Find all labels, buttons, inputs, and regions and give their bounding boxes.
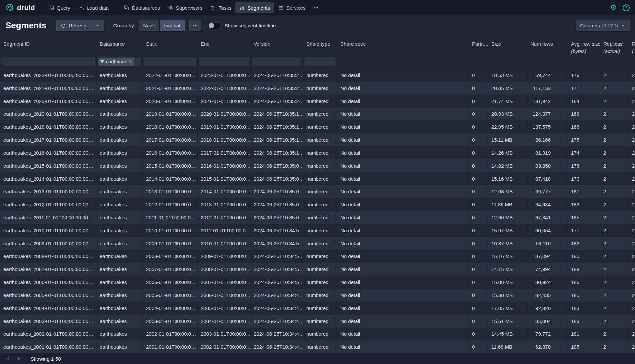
column-header-clipped[interactable]: R(	[629, 39, 635, 57]
table-row[interactable]: earthquakes_2012-01-01T00:00:00.00…earth…	[0, 198, 635, 211]
cell-end: 2017-01-01T00:00:0…	[197, 146, 250, 159]
cell-segment-id[interactable]: earthquakes_2022-01-01T00:00:00.00…	[0, 69, 96, 82]
cell-partition: 0	[469, 263, 488, 276]
table-row[interactable]: earthquakes_2015-01-01T00:00:00.00…earth…	[0, 159, 635, 172]
column-header-start[interactable]: Start	[143, 39, 197, 57]
cell-segment-id[interactable]: earthquakes_2018-01-01T00:00:00.00…	[0, 120, 96, 133]
table-row[interactable]: earthquakes_2003-01-01T00:00:00.00…earth…	[0, 315, 635, 328]
toolbar-more-button[interactable]	[189, 20, 201, 31]
table-row[interactable]: earthquakes_2020-01-01T00:00:00.00…earth…	[0, 95, 635, 108]
table-row[interactable]: earthquakes_2008-01-01T00:00:00.00…earth…	[0, 250, 635, 263]
column-header-size[interactable]: Size	[488, 39, 527, 57]
cell-segment-id[interactable]: earthquakes_2010-01-01T00:00:00.00…	[0, 224, 96, 237]
table-row[interactable]: earthquakes_2009-01-01T00:00:00.00…earth…	[0, 237, 635, 250]
datasource-filter-box[interactable]: earthquak ×	[97, 57, 142, 66]
column-header-segment-id[interactable]: Segment ID	[0, 39, 96, 57]
cell-segment-id[interactable]: earthquakes_2020-01-01T00:00:00.00…	[0, 95, 96, 108]
table-row[interactable]: earthquakes_2007-01-01T00:00:00.00…earth…	[0, 263, 635, 276]
nav-item-query[interactable]: Query	[44, 2, 74, 13]
settings-gear-icon[interactable]: ⚙	[610, 4, 617, 11]
nav-item-datasources[interactable]: Datasources	[120, 2, 164, 13]
column-header-replicas[interactable]: Replicas(actual)	[600, 39, 629, 57]
cell-segment-id[interactable]: earthquakes_2019-01-01T00:00:00.00…	[0, 108, 96, 120]
datasource-filter-tag[interactable]: earthquak ×	[98, 58, 134, 66]
table-row[interactable]: earthquakes_2016-01-01T00:00:00.00…earth…	[0, 146, 635, 159]
refresh-button[interactable]: Refresh	[56, 20, 91, 31]
cell-segment-id[interactable]: earthquakes_2015-01-01T00:00:00.00…	[0, 159, 96, 172]
table-row[interactable]: earthquakes_2002-01-01T00:00:00.00…earth…	[0, 328, 635, 340]
cell-replicas: 2	[600, 198, 629, 211]
cell-segment-id[interactable]: earthquakes_2001-01-01T00:00:00.00…	[0, 340, 96, 353]
cell-segment-id[interactable]: earthquakes_2021-01-01T00:00:00.00…	[0, 82, 96, 95]
refresh-caret-button[interactable]	[91, 20, 104, 31]
end-filter-input[interactable]	[198, 57, 249, 66]
table-row[interactable]: earthquakes_2022-01-01T00:00:00.00…earth…	[0, 69, 635, 82]
version-filter-input[interactable]	[251, 57, 302, 66]
cell-segment-id[interactable]: earthquakes_2003-01-01T00:00:00.00…	[0, 315, 96, 328]
column-header-version[interactable]: Version	[250, 39, 303, 57]
column-header-datasource[interactable]: Datasource	[96, 39, 143, 57]
nav-item-load-data[interactable]: Load data	[74, 2, 113, 13]
cell-datasource: earthquakes	[96, 95, 143, 108]
table-row[interactable]: earthquakes_2013-01-01T00:00:00.00…earth…	[0, 185, 635, 198]
table-row[interactable]: earthquakes_2019-01-01T00:00:00.00…earth…	[0, 108, 635, 120]
shard-type-filter-input[interactable]	[304, 57, 336, 66]
cell-replicas: 2	[600, 69, 629, 82]
chevron-down-icon	[95, 23, 100, 28]
segment-id-filter-input[interactable]	[1, 57, 95, 66]
nav-item-segments[interactable]: Segments	[235, 2, 274, 13]
druid-brand[interactable]: druid	[5, 3, 35, 12]
table-row[interactable]: earthquakes_2021-01-01T00:00:00.00…earth…	[0, 82, 635, 95]
column-header-num-rows[interactable]: Num rows	[527, 39, 568, 57]
cell-shard-type: numbered	[303, 146, 337, 159]
next-page-button[interactable]	[13, 354, 23, 363]
table-row[interactable]: earthquakes_2018-01-01T00:00:00.00…earth…	[0, 120, 635, 133]
nav-item-services[interactable]: Services	[274, 2, 310, 13]
cell-segment-id[interactable]: earthquakes_2014-01-01T00:00:00.00…	[0, 172, 96, 185]
nav-item-supervisors[interactable]: Supervisors	[164, 2, 206, 13]
column-label: Version	[254, 39, 303, 48]
segment-timeline-toggle[interactable]	[208, 22, 221, 29]
cell-version: 2024-06-25T10:35:0…	[250, 211, 303, 224]
table-row[interactable]: earthquakes_2001-01-01T00:00:00.00…earth…	[0, 340, 635, 353]
column-header-shard-type[interactable]: Shard type	[303, 39, 337, 57]
group-by-none-button[interactable]: None	[139, 20, 160, 31]
cell-segment-id[interactable]: earthquakes_2002-01-01T00:00:00.00…	[0, 328, 96, 340]
cell-version: 2024-06-25T10:35:2…	[250, 82, 303, 95]
table-row[interactable]: earthquakes_2014-01-01T00:00:00.00…earth…	[0, 172, 635, 185]
cell-start: 2002-01-01T00:00:0…	[143, 328, 197, 340]
cell-segment-id[interactable]: earthquakes_2011-01-01T00:00:00.00…	[0, 211, 96, 224]
cell-segment-id[interactable]: earthquakes_2012-01-01T00:00:00.00…	[0, 198, 96, 211]
cell-datasource: earthquakes	[96, 237, 143, 250]
group-by-interval-button[interactable]: Interval	[160, 20, 184, 31]
start-filter-input[interactable]	[144, 57, 196, 66]
cell-segment-id[interactable]: earthquakes_2013-01-01T00:00:00.00…	[0, 185, 96, 198]
cell-segment-id[interactable]: earthquakes_2017-01-01T00:00:00.00…	[0, 133, 96, 146]
column-header-avg-row-size[interactable]: Avg. row size(bytes)	[568, 39, 600, 57]
cell-segment-id[interactable]: earthquakes_2016-01-01T00:00:00.00…	[0, 146, 96, 159]
table-row[interactable]: earthquakes_2010-01-01T00:00:00.00…earth…	[0, 224, 635, 237]
table-row[interactable]: earthquakes_2005-01-01T00:00:00.00…earth…	[0, 289, 635, 302]
help-icon[interactable]: ?	[623, 4, 630, 11]
columns-button[interactable]: Columns (17/20)	[576, 20, 630, 31]
table-row[interactable]: earthquakes_2017-01-01T00:00:00.00…earth…	[0, 133, 635, 146]
table-row[interactable]: earthquakes_2006-01-01T00:00:00.00…earth…	[0, 276, 635, 289]
column-header-shard-spec[interactable]: Shard spec	[337, 39, 469, 57]
remove-filter-icon[interactable]: ×	[129, 59, 132, 64]
cell-segment-id[interactable]: earthquakes_2004-01-01T00:00:00.00…	[0, 302, 96, 315]
cell-segment-id[interactable]: earthquakes_2008-01-01T00:00:00.00…	[0, 250, 96, 263]
cell-partition: 0	[469, 340, 488, 353]
column-header-partition[interactable]: Partit…	[469, 39, 488, 57]
previous-page-button[interactable]	[3, 354, 13, 363]
cell-segment-id[interactable]: earthquakes_2007-01-01T00:00:00.00…	[0, 263, 96, 276]
nav-more-button[interactable]	[309, 2, 323, 13]
cell-shard-spec: No detail	[337, 133, 469, 146]
table-row[interactable]: earthquakes_2004-01-01T00:00:00.00…earth…	[0, 302, 635, 315]
cell-segment-id[interactable]: earthquakes_2009-01-01T00:00:00.00…	[0, 237, 96, 250]
table-row[interactable]: earthquakes_2011-01-01T00:00:00.00…earth…	[0, 211, 635, 224]
cell-segment-id[interactable]: earthquakes_2006-01-01T00:00:00.00…	[0, 276, 96, 289]
cell-datasource: earthquakes	[96, 198, 143, 211]
column-header-end[interactable]: End	[197, 39, 250, 57]
nav-item-tasks[interactable]: Tasks	[206, 2, 235, 13]
cell-segment-id[interactable]: earthquakes_2005-01-01T00:00:00.00…	[0, 289, 96, 302]
